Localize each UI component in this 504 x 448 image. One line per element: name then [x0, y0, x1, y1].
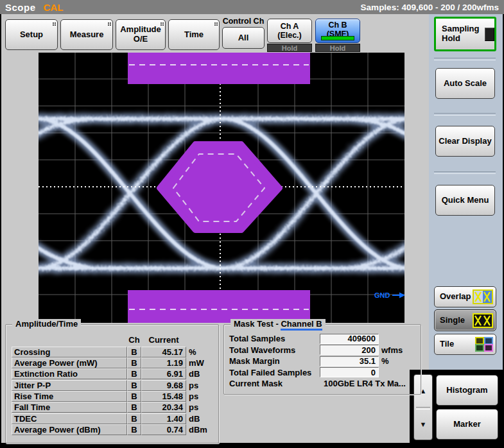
submenu-dots-icon: [53, 22, 54, 24]
mask-test-panel: Mask Test - Channel B Total Samples 4096…: [223, 324, 421, 395]
mask-stat-value: 200: [361, 345, 376, 355]
submenu-dots-icon: [108, 22, 109, 24]
measurement-value: 1.19: [141, 358, 186, 368]
gnd-arrow-icon: [399, 293, 404, 298]
mask-stat-label: Mask Margin: [229, 356, 320, 366]
hold-b-label: Hold: [330, 44, 345, 52]
measurement-unit: ps: [189, 392, 198, 401]
measurement-label: Jitter P-P: [12, 380, 127, 391]
mask-stat-label: Total Waveforms: [229, 345, 320, 355]
histogram-label: Histogram: [446, 386, 487, 395]
channel-a-hold-indicator[interactable]: Hold: [267, 44, 312, 52]
table-row: Average Power (dBm) B 0.74 dBm: [12, 425, 207, 435]
measurement-channel: B: [127, 347, 141, 358]
amplitude-oe-button[interactable]: Amplitude O/E: [116, 19, 166, 50]
measurement-value: 20.34: [141, 402, 186, 413]
list-item: Total Samples 409600: [229, 334, 406, 344]
measurement-label: Extinction Ratio: [12, 368, 127, 379]
measurement-channel: B: [127, 380, 141, 391]
tile-layout-icon: [475, 337, 493, 352]
amplitude-time-header: Ch Current: [12, 335, 186, 345]
auto-scale-button[interactable]: Auto Scale: [435, 68, 495, 99]
scroll-down-button[interactable]: ▼: [414, 408, 432, 440]
mask-stat-value: 35.1: [360, 356, 376, 366]
measurement-unit: dB: [189, 369, 200, 379]
mask-stat-unit: wfms: [381, 345, 403, 355]
table-row: Extinction Ratio B 6.91 dB: [12, 369, 207, 379]
cal-status-badge: CAL: [44, 2, 64, 13]
mask-stat-value: 409600: [348, 334, 376, 343]
auto-scale-label: Auto Scale: [444, 79, 487, 89]
clear-display-button[interactable]: Clear Display: [435, 126, 495, 157]
measurement-label: Average Power (dBm): [12, 424, 127, 435]
overlap-label: Overlap: [440, 292, 471, 302]
list-item: Mask Margin 35.1 %: [229, 356, 406, 366]
measurement-channel: B: [127, 413, 141, 424]
table-row: Rise Time B 15.48 ps: [12, 392, 207, 402]
channel-b-hold-indicator[interactable]: Hold: [315, 44, 360, 52]
mask-stat-unit: %: [381, 356, 389, 366]
list-item: Total Waveforms 200 wfms: [229, 345, 406, 356]
sampling-hold-led-icon: [485, 28, 494, 41]
list-item: Current Mask 100GbE LR4 Tx Ma...: [229, 379, 406, 389]
mask-stat-value-box: 0: [320, 367, 379, 377]
sampling-hold-button[interactable]: Sampling Hold: [434, 17, 496, 51]
overlap-eye-icon: [473, 289, 493, 304]
marker-button[interactable]: Marker: [436, 409, 498, 440]
overlap-view-button[interactable]: Overlap: [434, 286, 496, 307]
quick-menu-button[interactable]: Quick Menu: [435, 185, 495, 216]
table-row: Fall Time B 20.34 ps: [12, 402, 207, 413]
measurement-unit: ps: [189, 402, 198, 412]
time-button-label: Time: [184, 30, 204, 40]
submenu-dots-icon: [214, 22, 216, 24]
column-header-ch: Ch: [127, 335, 141, 345]
sidebar-divider: [434, 171, 496, 174]
setup-button[interactable]: Setup: [5, 19, 58, 50]
measure-button[interactable]: Measure: [60, 19, 113, 50]
histogram-button[interactable]: Histogram: [436, 375, 498, 406]
measurement-value: 45.17: [141, 347, 186, 358]
tile-label: Tile: [440, 340, 454, 349]
mask-test-title-prefix: Mask Test -: [234, 319, 281, 329]
measurement-value: 15.48: [141, 391, 186, 402]
marker-label: Marker: [453, 420, 481, 429]
mask-regions: [128, 53, 310, 323]
samples-status: Samples: 409,600 - 200 / 200wfms: [361, 3, 499, 12]
amplitude-time-panel: Amplitude/Time Ch Current Crossing B 45.…: [5, 324, 219, 444]
mask-center-hexagon: [159, 144, 280, 230]
mask-test-channel: Channel B: [281, 319, 322, 331]
mask-bottom-bar: [128, 290, 310, 323]
hold-a-label: Hold: [282, 44, 297, 52]
measurement-channel: B: [127, 402, 141, 413]
control-ch-label: Control Ch: [221, 17, 266, 26]
measurement-label: Average Power (mW): [12, 358, 127, 368]
column-header-current: Current: [141, 335, 186, 345]
table-row: Jitter P-P B 9.68 ps: [12, 380, 207, 390]
gnd-marker: GND: [374, 291, 404, 299]
measurement-unit: dBm: [189, 425, 207, 435]
eye-diagram-display[interactable]: GND: [39, 53, 404, 323]
clear-display-label: Clear Display: [439, 137, 491, 146]
measurement-value: 1.40: [141, 413, 186, 424]
measurement-value: 9.68: [141, 380, 186, 391]
single-view-button[interactable]: Single: [434, 309, 496, 331]
control-ch-all-button[interactable]: All: [222, 27, 265, 49]
mask-stat-value-box: 409600: [320, 334, 379, 344]
mask-top-bar: [128, 53, 310, 84]
mask-stat-value-box: 200: [320, 345, 379, 355]
measurement-channel: B: [127, 424, 141, 435]
single-eye-icon: [473, 313, 493, 328]
channel-b-button[interactable]: Ch B (SMF): [315, 19, 360, 43]
mask-stat-label: Total Samples: [229, 334, 320, 343]
submenu-dots-icon: [161, 22, 162, 24]
current-mask-value: 100GbE LR4 Tx Ma...: [324, 379, 406, 388]
channel-a-button[interactable]: Ch A (Elec.): [267, 19, 312, 43]
measurement-unit: dB: [189, 414, 200, 424]
measurement-channel: B: [127, 368, 141, 379]
measurement-unit: ps: [189, 381, 198, 390]
tile-view-button[interactable]: Tile: [434, 334, 496, 355]
setup-button-label: Setup: [20, 30, 43, 40]
current-mask-label: Current Mask: [229, 379, 320, 388]
time-button[interactable]: Time: [168, 19, 220, 50]
quick-menu-label: Quick Menu: [442, 196, 489, 205]
